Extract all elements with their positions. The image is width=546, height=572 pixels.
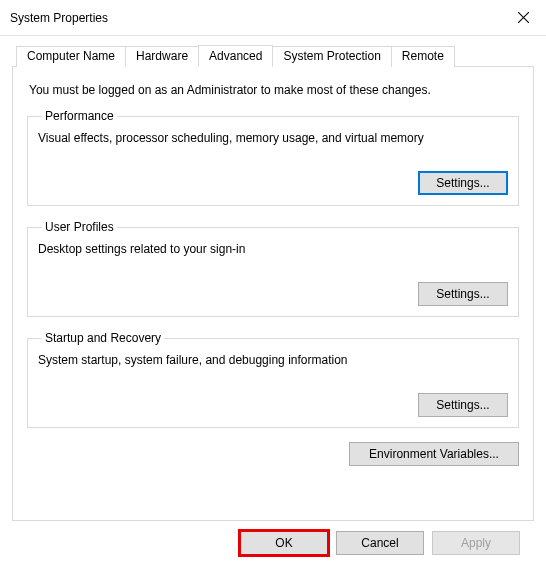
dialog-body: Computer Name Hardware Advanced System P…: [0, 36, 546, 563]
close-icon: [518, 12, 529, 23]
tab-hardware[interactable]: Hardware: [125, 46, 199, 67]
startup-recovery-settings-button[interactable]: Settings...: [418, 393, 508, 417]
group-performance-legend: Performance: [42, 109, 117, 123]
tab-strip: Computer Name Hardware Advanced System P…: [12, 44, 534, 66]
close-button[interactable]: [500, 2, 546, 34]
tab-computer-name[interactable]: Computer Name: [16, 46, 126, 67]
group-user-profiles: User Profiles Desktop settings related t…: [27, 220, 519, 317]
ok-button[interactable]: OK: [240, 531, 328, 555]
tab-remote[interactable]: Remote: [391, 46, 455, 67]
startup-recovery-desc: System startup, system failure, and debu…: [38, 353, 508, 367]
apply-button: Apply: [432, 531, 520, 555]
user-profiles-desc: Desktop settings related to your sign-in: [38, 242, 508, 256]
group-startup-recovery-legend: Startup and Recovery: [42, 331, 164, 345]
performance-settings-button[interactable]: Settings...: [418, 171, 508, 195]
admin-notice: You must be logged on as an Administrato…: [29, 83, 519, 97]
dialog-footer: OK Cancel Apply: [12, 521, 534, 555]
group-startup-recovery: Startup and Recovery System startup, sys…: [27, 331, 519, 428]
tab-advanced[interactable]: Advanced: [198, 45, 273, 67]
environment-variables-button[interactable]: Environment Variables...: [349, 442, 519, 466]
tab-system-protection[interactable]: System Protection: [272, 46, 391, 67]
titlebar: System Properties: [0, 0, 546, 36]
cancel-button[interactable]: Cancel: [336, 531, 424, 555]
tab-content-advanced: You must be logged on as an Administrato…: [12, 66, 534, 521]
window-title: System Properties: [10, 11, 108, 25]
user-profiles-settings-button[interactable]: Settings...: [418, 282, 508, 306]
group-user-profiles-legend: User Profiles: [42, 220, 117, 234]
group-performance: Performance Visual effects, processor sc…: [27, 109, 519, 206]
performance-desc: Visual effects, processor scheduling, me…: [38, 131, 508, 145]
